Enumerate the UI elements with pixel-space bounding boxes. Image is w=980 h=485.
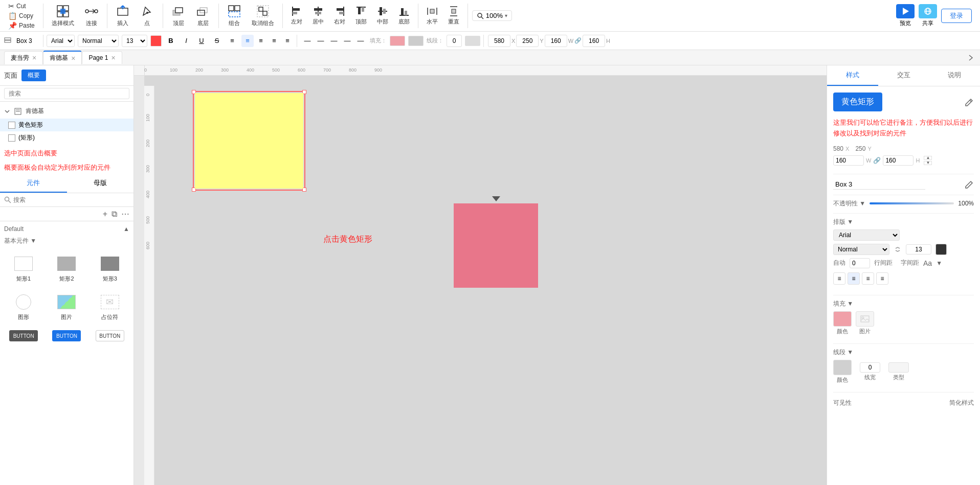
btn-preview-1[interactable]: BUTTON <box>4 330 43 341</box>
stroke-color-option[interactable]: 颜色 <box>833 360 852 384</box>
description-tab[interactable]: 说明 <box>929 65 980 86</box>
pages-label[interactable]: 页面 <box>4 71 17 80</box>
fill-image-option[interactable]: 图片 <box>856 311 874 335</box>
bottom-layer-button[interactable]: 底层 <box>192 2 214 29</box>
more-align-2[interactable]: — <box>315 35 327 47</box>
text-align-center-button[interactable]: ≡ <box>255 35 267 47</box>
interaction-tab[interactable]: 交互 <box>878 65 929 86</box>
outline-button[interactable]: 概要 <box>21 70 46 81</box>
preview-button[interactable]: 预览 <box>896 4 915 27</box>
tab-page1[interactable]: Page 1 × <box>82 51 122 64</box>
align-center-button[interactable]: 居中 <box>308 4 328 28</box>
y-coord-input[interactable] <box>516 35 539 47</box>
element-rect1[interactable]: 矩形1 <box>4 251 43 286</box>
h-coord-input[interactable] <box>583 35 605 47</box>
list-button[interactable]: ≡ <box>226 35 238 47</box>
size-down-icon[interactable]: ▼ <box>924 161 932 165</box>
fill-color-box[interactable] <box>390 36 405 46</box>
underline-button[interactable]: U <box>195 35 208 47</box>
component-name-input[interactable] <box>833 179 925 190</box>
name-edit-icon[interactable] <box>964 179 974 190</box>
share-button[interactable]: 共享 <box>919 4 937 27</box>
align-right-button[interactable]: 右对 <box>330 4 349 28</box>
text-align-justify-button[interactable]: ≡ <box>281 35 294 47</box>
line-spacing-input[interactable] <box>850 258 870 268</box>
fill-color-option[interactable]: 颜色 <box>833 311 852 335</box>
align-bottom-button[interactable]: 底部 <box>394 4 414 28</box>
point-button[interactable]: 点 <box>136 2 159 29</box>
more-align-1[interactable]: — <box>301 35 314 47</box>
element-circle[interactable]: 图形 <box>4 290 43 324</box>
element-rect3[interactable]: 矩形3 <box>91 251 129 286</box>
stroke-value-input[interactable] <box>447 35 462 47</box>
text-color-swatch[interactable] <box>150 35 162 47</box>
width-input[interactable] <box>833 155 864 166</box>
btn-preview-2[interactable]: BUTTON <box>47 330 86 341</box>
more-align-4[interactable]: — <box>341 35 353 47</box>
zoom-control[interactable]: 100% ▾ <box>472 10 512 21</box>
right-font-family-select[interactable]: Arial <box>833 229 900 241</box>
layer-name-input[interactable] <box>13 35 39 47</box>
copy-button[interactable]: 📋 Copy <box>6 11 37 20</box>
text-align-center-btn[interactable]: ≡ <box>848 272 860 285</box>
layer-child-yellow-rect[interactable]: 黄色矩形 <box>0 119 133 131</box>
edit-icon[interactable] <box>964 97 974 107</box>
text-align-left-button[interactable]: ≡ <box>241 35 254 47</box>
layer-child-rect[interactable]: (矩形) <box>0 131 133 144</box>
element-rect2[interactable]: 矩形2 <box>47 251 86 286</box>
collapse-default-icon[interactable]: ▲ <box>123 225 129 233</box>
connect-button[interactable]: 连接 <box>80 2 103 29</box>
strikethrough-button[interactable]: S <box>211 35 223 47</box>
more-options-button[interactable]: ⋯ <box>121 209 129 219</box>
right-font-style-select[interactable]: Normal <box>833 244 889 255</box>
height-input[interactable] <box>883 155 914 166</box>
text-case-icon[interactable]: Aa <box>923 259 932 267</box>
pink-rectangle[interactable] <box>454 203 538 288</box>
canvas-area[interactable]: 0 100 200 300 400 500 600 700 800 900 0 … <box>134 65 827 485</box>
elements-tab[interactable]: 元件 <box>0 174 67 193</box>
lock-ratio-icon[interactable]: 🔗 <box>873 157 881 164</box>
text-align-right-button[interactable]: ≡ <box>268 35 280 47</box>
insert-button[interactable]: 插入 <box>112 2 134 29</box>
copy-element-button[interactable]: ⧉ <box>112 210 117 219</box>
btn-preview-3[interactable]: BUTTON <box>91 330 129 341</box>
tabs-scroll-right-icon[interactable] <box>966 53 976 63</box>
more-align-5[interactable]: — <box>354 35 367 47</box>
font-size-select[interactable]: 13 <box>122 35 147 47</box>
x-coord-input[interactable] <box>488 35 510 47</box>
align-middle-button[interactable]: 中部 <box>373 4 392 28</box>
stroke-color-box[interactable] <box>465 36 480 46</box>
login-button[interactable]: 登录 <box>941 9 972 23</box>
paste-button[interactable]: 📌 Paste <box>6 21 37 30</box>
italic-button[interactable]: I <box>180 35 192 47</box>
size-up-icon[interactable]: ▲ <box>924 156 932 160</box>
font-family-select[interactable]: Arial <box>47 35 75 47</box>
bold-button[interactable]: B <box>165 35 177 47</box>
text-align-left-btn[interactable]: ≡ <box>833 272 845 285</box>
group-button[interactable]: 组合 <box>223 2 246 29</box>
masters-tab[interactable]: 母版 <box>67 174 134 193</box>
fill-type-box[interactable] <box>408 36 424 46</box>
distribute-h-button[interactable]: 水平 <box>422 4 442 28</box>
element-placeholder[interactable]: ✉ 占位符 <box>91 290 129 324</box>
tab-close-2[interactable]: × <box>71 54 75 62</box>
tab-close-3[interactable]: × <box>111 54 115 62</box>
layer-parent-item[interactable]: 肯德基 <box>0 104 133 119</box>
element-image[interactable]: 图片 <box>47 290 86 324</box>
align-top-button[interactable]: 顶部 <box>351 4 371 28</box>
opacity-slider[interactable] <box>870 202 954 204</box>
elements-search-input[interactable] <box>13 196 129 203</box>
yellow-rectangle[interactable] <box>195 93 303 189</box>
stroke-width-input[interactable] <box>860 362 880 373</box>
tab-kendeji[interactable]: 肯德基 × <box>43 51 82 64</box>
top-layer-button[interactable]: 顶层 <box>167 2 190 29</box>
text-align-justify-btn[interactable]: ≡ <box>876 272 888 285</box>
tab-close-1[interactable]: × <box>32 54 36 62</box>
align-left-button[interactable]: 左对 <box>287 4 306 28</box>
right-font-size-input[interactable] <box>906 244 931 255</box>
select-mode-button[interactable]: 选择模式 <box>48 2 78 29</box>
tab-maidanglao[interactable]: 麦当劳 × <box>4 51 43 64</box>
more-align-3[interactable]: — <box>328 35 340 47</box>
ungroup-button[interactable]: 取消组合 <box>248 2 278 29</box>
font-color-swatch[interactable] <box>936 244 947 255</box>
